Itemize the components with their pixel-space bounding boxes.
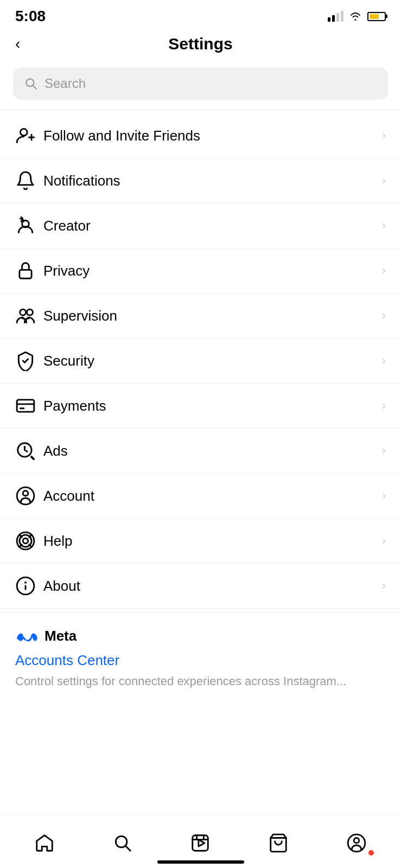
status-icons [328,11,386,22]
divider-11 [0,608,401,609]
menu-item-privacy[interactable]: Privacy › [0,248,401,293]
menu-label-notifications: Notifications [43,173,382,189]
svg-point-2 [21,129,28,136]
chevron-icon: › [382,534,386,548]
svg-point-18 [23,538,28,544]
back-button[interactable]: ‹ [15,35,20,53]
payments-icon [15,395,43,416]
home-indicator [157,860,244,864]
chevron-icon: › [382,264,386,278]
page-title: Settings [168,35,232,53]
menu-item-security[interactable]: Security › [0,339,401,383]
chevron-icon: › [382,489,386,503]
chevron-icon: › [382,579,386,593]
settings-menu: Follow and Invite Friends › Notification… [0,110,401,612]
svg-marker-25 [199,839,205,846]
menu-label-payments: Payments [43,398,382,414]
supervision-icon [15,305,43,326]
battery-icon [367,12,386,21]
accounts-center-link[interactable]: Accounts Center [15,652,386,669]
search-placeholder: Search [44,76,86,91]
meta-logo-text: Meta [44,628,77,644]
follow-invite-icon [15,125,43,146]
menu-item-ads[interactable]: Ads › [0,429,401,473]
signal-icon [328,11,343,22]
help-icon [15,531,43,551]
chevron-icon: › [382,309,386,323]
search-icon [24,76,38,91]
chevron-icon: › [382,219,386,233]
menu-item-follow-invite[interactable]: Follow and Invite Friends › [0,113,401,158]
bottom-nav [0,814,401,868]
menu-item-notifications[interactable]: Notifications › [0,158,401,203]
search-container: Search [0,62,401,110]
svg-rect-7 [20,270,31,278]
settings-header: ‹ Settings [0,29,401,62]
menu-label-follow-invite: Follow and Invite Friends [43,127,382,144]
menu-item-about[interactable]: About › [0,564,401,608]
menu-item-account[interactable]: Account › [0,474,401,518]
svg-line-1 [33,86,36,89]
status-time: 5:08 [15,8,46,25]
profile-icon [346,833,367,853]
meta-logo-icon [15,630,39,643]
about-icon [15,576,43,596]
menu-label-supervision: Supervision [43,308,382,324]
chevron-icon: › [382,129,386,143]
menu-label-account: Account [43,488,382,505]
ads-icon [15,441,43,461]
chevron-icon: › [382,174,386,188]
profile-notification-dot [368,850,374,856]
menu-item-payments[interactable]: Payments › [0,384,401,428]
menu-label-creator: Creator [43,218,382,234]
menu-label-ads: Ads [43,443,382,459]
svg-point-15 [23,491,28,496]
wifi-icon [349,11,362,21]
chevron-icon: › [382,444,386,458]
menu-label-about: About [43,578,382,595]
svg-line-23 [125,846,130,851]
accounts-center-desc: Control settings for connected experienc… [15,674,386,688]
menu-item-creator[interactable]: Creator › [0,203,401,248]
menu-label-security: Security [43,353,382,369]
meta-logo-row: Meta [15,628,386,644]
chevron-icon: › [382,354,386,368]
menu-item-supervision[interactable]: Supervision › [0,293,401,338]
svg-rect-10 [17,400,34,412]
svg-rect-24 [193,835,208,851]
notifications-icon [15,170,43,191]
security-icon [15,350,43,371]
home-icon [34,833,55,853]
menu-label-privacy: Privacy [43,263,382,279]
svg-point-8 [20,309,26,315]
chevron-icon: › [382,399,386,413]
nav-shop[interactable] [257,833,300,853]
menu-item-help[interactable]: Help › [0,519,401,563]
status-bar: 5:08 [0,0,401,29]
nav-search[interactable] [101,833,144,853]
nav-home[interactable] [23,833,66,853]
meta-section: Meta Accounts Center Control settings fo… [0,612,401,697]
privacy-icon [15,260,43,281]
search-nav-icon [112,833,133,853]
svg-point-9 [27,309,33,315]
creator-icon [15,215,43,236]
reels-icon [190,833,211,853]
shop-icon [268,833,289,853]
svg-point-31 [354,838,359,843]
nav-profile[interactable] [335,833,378,853]
menu-label-help: Help [43,533,382,550]
search-box[interactable]: Search [13,67,388,100]
account-icon [15,486,43,506]
nav-reels[interactable] [179,833,222,853]
